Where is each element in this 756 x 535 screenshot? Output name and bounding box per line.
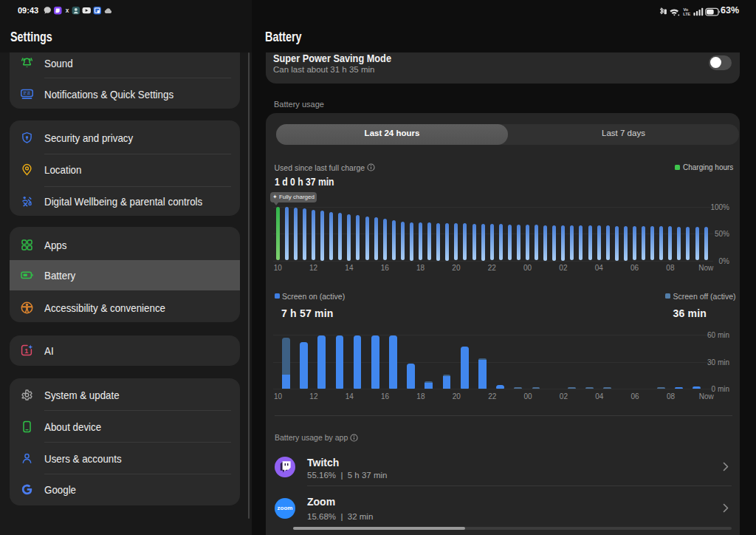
svg-text:LTE: LTE [683, 12, 690, 16]
svg-text:1: 1 [24, 347, 28, 355]
svg-text:x: x [66, 7, 69, 15]
